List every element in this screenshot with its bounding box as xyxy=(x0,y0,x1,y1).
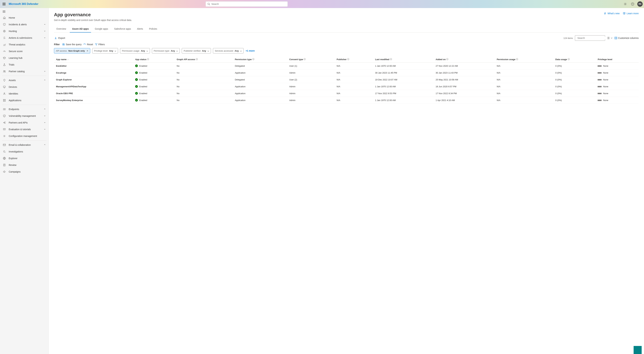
nav-item-hunting[interactable]: Hunting xyxy=(0,28,48,34)
column-header-app-name[interactable]: App name↑ xyxy=(54,56,133,62)
cell-added-on: 16 Jun 2020 6:57 PM xyxy=(434,83,494,90)
info-icon[interactable] xyxy=(390,58,392,60)
nav-item-secure-score[interactable]: Secure score xyxy=(0,48,48,55)
nav-item-incidents-alerts[interactable]: Incidents & alerts xyxy=(0,21,48,28)
nav-item-partners-and-apis[interactable]: Partners and APIs xyxy=(0,119,48,126)
chip-value: Any xyxy=(141,50,145,52)
info-icon[interactable] xyxy=(304,58,306,60)
column-header-graph-api-access[interactable]: Graph API access xyxy=(175,56,233,62)
nav-item-configuration-management[interactable]: Configuration management xyxy=(0,133,48,139)
nav-item-home[interactable]: Home xyxy=(0,14,48,21)
table-row[interactable]: EwsEditor Enabled No Delegated User (1) … xyxy=(54,62,639,69)
learn-more-link[interactable]: Learn more xyxy=(623,12,639,15)
filter-actions: Filter Save the query Reset Filters xyxy=(54,43,639,46)
column-header-permission-type[interactable]: Permission type xyxy=(233,56,288,62)
whats-new-link[interactable]: What's new xyxy=(604,12,620,15)
table-row[interactable]: Excahnge Enabled No Application Admin N/… xyxy=(54,69,639,76)
table-row[interactable]: SurveyMonkey Enterprise Enabled No Appli… xyxy=(54,97,639,104)
filter-chip-privilegelevel[interactable]: Privilege level: Any xyxy=(92,48,118,53)
column-header-added-on[interactable]: Added on xyxy=(434,56,494,62)
table-row[interactable]: ManagementAPIDataTestApp Enabled No Appl… xyxy=(54,83,639,90)
table-row[interactable]: Oracle EBS PRE Enabled No Application Ad… xyxy=(54,90,639,97)
filter-icon xyxy=(95,43,98,45)
nav-item-partner-catalog[interactable]: Partner catalog xyxy=(0,68,48,75)
privilege-bars-icon xyxy=(598,100,602,101)
cell-publisher: N/A xyxy=(335,62,373,69)
cell-privilege-level: None xyxy=(596,90,639,97)
export-button[interactable]: Export xyxy=(54,36,66,40)
tab-azure-ad-apps[interactable]: Azure AD apps xyxy=(70,25,91,32)
nav-item-identities[interactable]: Identities xyxy=(0,90,48,97)
info-icon[interactable] xyxy=(196,58,198,60)
filter-chips: API access: Non-Graph only ✕ Privilege l… xyxy=(54,48,639,53)
tab-policies[interactable]: Policies xyxy=(147,25,160,32)
column-header-app-status[interactable]: App status xyxy=(133,56,175,62)
column-header-data-usage[interactable]: Data usage xyxy=(553,56,596,62)
column-header-privilege-level[interactable]: Privilege level xyxy=(596,56,639,62)
apps-table: App name↑App statusGraph API accessPermi… xyxy=(54,56,639,104)
nav-item-investigations[interactable]: Investigations xyxy=(0,148,48,155)
filter-chip-servicesaccessed[interactable]: Services accessed: Any xyxy=(213,48,244,53)
gear-icon xyxy=(624,2,627,5)
column-header-consent-type[interactable]: Consent type xyxy=(287,56,335,62)
nav-item-trials[interactable]: Trials xyxy=(0,61,48,68)
tab-salesforce-apps[interactable]: Salesforce apps xyxy=(112,25,133,32)
nav-item-explorer[interactable]: Explorer xyxy=(0,155,48,162)
info-icon[interactable] xyxy=(252,58,254,60)
table-row[interactable]: Graph Explorer Enabled No Delegated User… xyxy=(54,76,639,83)
reset-button[interactable]: Reset xyxy=(84,43,93,46)
filter-chip-apiaccess[interactable]: API access: Non-Graph only ✕ xyxy=(54,48,90,53)
app-launcher-button[interactable] xyxy=(1,1,7,7)
check-circle-icon xyxy=(135,99,138,101)
customize-columns-button[interactable]: Customize columns xyxy=(614,37,639,39)
more-filters-link[interactable]: +1 more xyxy=(246,49,255,52)
nav-item-devices[interactable]: Devices xyxy=(0,84,48,90)
nav-item-learning-hub[interactable]: Learning hub xyxy=(0,55,48,61)
nav-item-email-collaboration[interactable]: Email & collaboration xyxy=(0,142,48,148)
column-header-last-modified[interactable]: Last modified xyxy=(373,56,434,62)
group-button[interactable] xyxy=(607,37,612,39)
sort-ascending-icon: ↑ xyxy=(68,58,68,60)
info-icon[interactable] xyxy=(147,58,149,60)
table-search[interactable] xyxy=(575,35,605,41)
chevron-up-icon xyxy=(44,108,46,111)
save-query-button[interactable]: Save the query xyxy=(62,43,82,46)
cell-data-usage: 0 (0%) xyxy=(553,97,596,104)
nav-label: Evaluation & tutorials xyxy=(9,128,44,131)
tab-google-apps[interactable]: Google apps xyxy=(92,25,110,32)
nav-item-applications[interactable]: Applications xyxy=(0,97,48,104)
nav-item-vulnerability-management[interactable]: Vulnerability management xyxy=(0,113,48,119)
nav-item-threat-analytics[interactable]: Threat analytics xyxy=(0,41,48,48)
help-button[interactable] xyxy=(629,1,636,7)
nav-item-actions-submissions[interactable]: Actions & submissions xyxy=(0,34,48,41)
nav-item-campaigns[interactable]: Campaigns xyxy=(0,168,48,175)
info-icon[interactable] xyxy=(347,58,349,60)
feedback-button[interactable] xyxy=(634,346,642,354)
tab-overview[interactable]: Overview xyxy=(54,25,68,32)
nav-item-review[interactable]: Review xyxy=(0,162,48,168)
global-search-input[interactable] xyxy=(212,3,286,5)
nav-collapse-button[interactable] xyxy=(0,9,48,14)
book-icon xyxy=(623,12,626,15)
nav-item-endpoints[interactable]: Endpoints xyxy=(0,106,48,113)
global-search[interactable] xyxy=(206,1,288,7)
page-subtitle: Get in-depth visibility and control over… xyxy=(54,19,639,21)
filter-chip-publisherverified[interactable]: Publisher verified: Any xyxy=(182,48,211,53)
filter-chip-permissionusage[interactable]: Permission usage: Any xyxy=(120,48,150,53)
column-header-permission-usage[interactable]: Permission usage xyxy=(495,56,554,62)
nav-item-assets[interactable]: Assets xyxy=(0,77,48,84)
close-icon[interactable]: ✕ xyxy=(86,50,88,52)
info-icon[interactable] xyxy=(568,58,570,60)
nav-item-evaluation-tutorials[interactable]: Evaluation & tutorials xyxy=(0,126,48,133)
filter-chip-permissiontype[interactable]: Permission type: Any xyxy=(152,48,180,53)
cell-graph-access: No xyxy=(175,76,233,83)
table-search-input[interactable] xyxy=(578,37,607,39)
settings-button[interactable] xyxy=(622,1,628,7)
user-avatar[interactable]: RS xyxy=(637,1,643,7)
filters-button[interactable]: Filters xyxy=(95,43,105,46)
info-icon[interactable] xyxy=(516,58,518,60)
column-header-publisher[interactable]: Publisher xyxy=(335,56,373,62)
info-icon[interactable] xyxy=(446,58,448,60)
tab-alerts[interactable]: Alerts xyxy=(135,25,145,32)
brand-title[interactable]: Microsoft 365 Defender xyxy=(9,2,38,5)
